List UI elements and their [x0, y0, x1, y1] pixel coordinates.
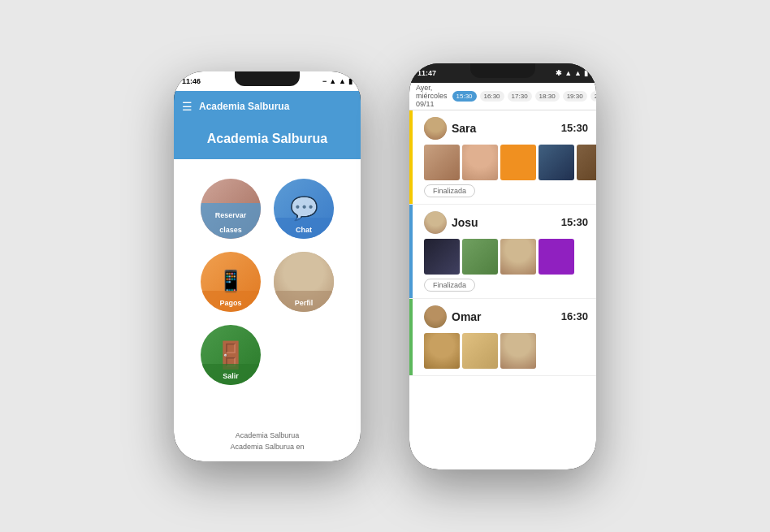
menu-circle-pagos: 📱 Pagos: [201, 252, 261, 312]
menu-item-salir[interactable]: 🚪 Salir: [201, 325, 261, 385]
josu-photos: [424, 239, 588, 275]
sara-header: Sara 15:30: [424, 117, 588, 140]
left-time: 11:46: [182, 77, 201, 85]
sara-name: Sara: [452, 122, 476, 135]
menu-item-perfil[interactable]: Perfil: [274, 252, 334, 312]
chip-1530[interactable]: 15:30: [452, 91, 477, 102]
menu-circle-reservar: Reservarclases: [201, 179, 261, 239]
menu-grid: Reservarclases 💬 Chat: [184, 162, 350, 401]
appointment-josu: Josu 15:30 Finalizada: [409, 205, 596, 299]
left-screen: ☰ Academia Salburua Academia Salburua: [174, 91, 361, 461]
pagos-content: 📱 Pagos: [201, 252, 261, 312]
salir-label: Salir: [223, 372, 239, 380]
perfil-content: Perfil: [274, 252, 334, 312]
chip-1930[interactable]: 19:30: [563, 91, 587, 102]
right-notch: [470, 63, 535, 78]
appointment-sara: Sara 15:30 Finalizada: [409, 110, 596, 205]
header-title: Academia Salburua: [207, 132, 328, 145]
chat-content: 💬 Chat: [274, 179, 334, 239]
sara-person: Sara: [424, 117, 476, 140]
sara-photos: [424, 145, 588, 180]
r-battery-icon: ▮: [584, 69, 588, 77]
salir-content: 🚪 Salir: [201, 325, 261, 385]
left-notch: [235, 71, 300, 86]
omar-photo-2: [462, 333, 498, 369]
omar-bar: [409, 299, 413, 375]
chip-1630[interactable]: 16:30: [480, 91, 504, 102]
josu-avatar: [424, 211, 447, 234]
josu-photo-2: [462, 239, 498, 275]
omar-person: Omar: [424, 305, 482, 328]
r-bluetooth-icon: ✱: [556, 69, 562, 77]
r-wifi-icon: ▲: [565, 69, 572, 77]
josu-status: Finalizada: [424, 279, 475, 292]
sara-photo-2: [462, 145, 498, 180]
chip-1730[interactable]: 17:30: [508, 91, 532, 102]
date-label: Ayer, miércoles 09/11: [416, 84, 448, 108]
omar-photo-1: [424, 333, 460, 369]
footer-line-1: Academia Salburua: [230, 430, 304, 441]
right-time: 11:47: [417, 69, 436, 77]
sara-photo-3: [539, 145, 574, 180]
chip-2030[interactable]: 20:30: [590, 91, 596, 102]
menu-item-chat[interactable]: 💬 Chat: [274, 179, 334, 239]
left-footer: Academia Salburua Academia Salburua en: [222, 422, 312, 461]
appointment-omar: Omar 16:30: [409, 299, 596, 376]
josu-person: Josu: [424, 211, 478, 234]
reservar-label: Reservarclases: [215, 211, 247, 234]
sara-photo-4: [577, 145, 596, 180]
menu-item-reservar[interactable]: Reservarclases: [201, 179, 261, 239]
left-phone: 11:46 − ▲ ▲ ▮ ☰ Academia Salburua Academ…: [174, 71, 361, 461]
chat-label: Chat: [296, 226, 312, 234]
sara-bar: [409, 110, 413, 204]
sara-time: 15:30: [561, 122, 588, 134]
time-filter-bar: Ayer, miércoles 09/11 15:30 16:30 17:30 …: [409, 83, 596, 110]
right-status-icons: ✱ ▲ ▲ ▮: [556, 69, 588, 77]
sara-avatar: [424, 117, 447, 140]
menu-circle-chat: 💬 Chat: [274, 179, 334, 239]
reservar-content: Reservarclases: [201, 179, 261, 239]
perfil-label: Perfil: [295, 299, 314, 307]
left-status-icons: − ▲ ▲ ▮: [322, 77, 353, 85]
chip-1830[interactable]: 18:30: [535, 91, 560, 102]
battery-icon: ▮: [348, 77, 353, 85]
josu-bar: [409, 205, 413, 298]
bluetooth-icon: −: [322, 77, 327, 85]
pagos-label: Pagos: [219, 299, 241, 307]
sara-status: Finalizada: [424, 184, 475, 197]
left-content: Academia Salburua Reservarclases: [174, 122, 361, 461]
left-header: Academia Salburua: [174, 122, 361, 159]
scene: 11:46 − ▲ ▲ ▮ ☰ Academia Salburua Academ…: [0, 0, 770, 532]
wifi-icon: ▲: [329, 77, 336, 85]
omar-avatar: [424, 305, 447, 328]
omar-photos: [424, 333, 588, 369]
menu-circle-salir: 🚪 Salir: [201, 325, 261, 385]
time-chips: 15:30 16:30 17:30 18:30 19:30 20:30: [452, 91, 596, 102]
josu-time: 15:30: [561, 216, 588, 228]
right-phone: 11:47 ✱ ▲ ▲ ▮ Ayer, miércoles 09/11 15:3…: [409, 63, 596, 469]
josu-header: Josu 15:30: [424, 211, 588, 234]
app-bar-title: Academia Salburua: [199, 101, 289, 112]
menu-circle-perfil: Perfil: [274, 252, 334, 312]
r-signal-icon: ▲: [574, 69, 582, 77]
omar-name: Omar: [452, 310, 482, 323]
omar-header: Omar 16:30: [424, 305, 588, 328]
hamburger-icon[interactable]: ☰: [182, 100, 192, 113]
omar-time: 16:30: [561, 310, 588, 322]
footer-line-2: Academia Salburua en: [230, 441, 304, 452]
josu-photo-3: [500, 239, 536, 275]
sara-photo-orange: [500, 145, 536, 180]
left-app-bar: ☰ Academia Salburua: [174, 91, 361, 122]
appointments-list: Sara 15:30 Finalizada: [409, 110, 596, 469]
josu-name: Josu: [452, 216, 478, 229]
josu-photo-1: [424, 239, 460, 275]
omar-photo-3: [500, 333, 536, 369]
right-screen: Ayer, miércoles 09/11 15:30 16:30 17:30 …: [409, 83, 596, 469]
josu-photo-purple: [539, 239, 574, 275]
menu-item-pagos[interactable]: 📱 Pagos: [201, 252, 261, 312]
signal-icon: ▲: [339, 77, 346, 85]
sara-photo-1: [424, 145, 460, 180]
